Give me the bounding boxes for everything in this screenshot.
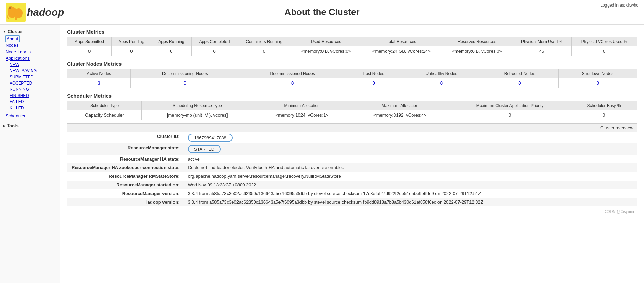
lost-nodes-link[interactable]: 0: [372, 80, 375, 86]
val-min-allocation: <memory:1024, vCores:1>: [253, 110, 351, 120]
cluster-metrics-table: Apps Submitted Apps Pending Apps Running…: [67, 37, 637, 56]
footer-note: CSDN @Cisyamr: [67, 208, 637, 215]
val-active-nodes[interactable]: 3: [67, 78, 131, 88]
cluster-info-label: ResourceManager started on:: [67, 181, 184, 189]
cluster-info-label: Hadoop version:: [67, 198, 184, 206]
tools-arrow-icon: ▶: [3, 124, 6, 128]
val-rebooted-nodes[interactable]: 0: [481, 78, 558, 88]
val-apps-running: 0: [151, 46, 192, 56]
new-link[interactable]: NEW: [10, 62, 19, 67]
cluster-info-label: ResourceManager state:: [67, 143, 184, 155]
nodes-link[interactable]: Nodes: [6, 43, 19, 48]
val-scheduling-resource-type: [memory-mb (unit=Mi), vcores]: [142, 110, 253, 120]
page-title: About the Cluster: [284, 7, 359, 18]
val-lost-nodes[interactable]: 0: [346, 78, 402, 88]
scheduler-metrics-row: Capacity Scheduler [memory-mb (unit=Mi),…: [67, 110, 637, 120]
sidebar-item-node-labels[interactable]: Node Labels: [0, 48, 60, 55]
cluster-nodes-row: 3 0 0 0 0 0 0: [67, 78, 637, 88]
cluster-info-value: 3.3.4 from a585a73c3e02ac62350c136643a5e…: [184, 198, 637, 206]
cluster-info-row: ResourceManager RMStateStore:org.apache.…: [67, 172, 637, 181]
val-apps-submitted: 0: [67, 46, 112, 56]
val-physical-mem: 45: [512, 46, 572, 56]
active-nodes-link[interactable]: 3: [98, 80, 100, 86]
rebooted-nodes-link[interactable]: 0: [518, 80, 521, 86]
cluster-section-header[interactable]: ▼ Cluster: [0, 28, 60, 35]
cluster-info-value: 3.3.4 from a585a73c3e02ac62350c136643a5e…: [184, 189, 637, 198]
col-containers-running: Containers Running: [237, 37, 291, 46]
main-layout: ▼ Cluster About Nodes Node Labels Applic…: [0, 25, 644, 283]
cluster-info-value: Wed Nov 09 18:23:37 +0800 2022: [184, 181, 637, 189]
val-shutdown-nodes[interactable]: 0: [558, 78, 637, 88]
cluster-metrics-title: Cluster Metrics: [67, 29, 637, 35]
col-min-allocation: Minimum Allocation: [253, 101, 351, 110]
accepted-link[interactable]: ACCEPTED: [10, 81, 32, 86]
tools-section-header[interactable]: ▶ Tools: [0, 122, 60, 130]
sidebar-sub-accepted[interactable]: ACCEPTED: [0, 80, 60, 86]
val-decommissioned-nodes[interactable]: 0: [239, 78, 346, 88]
new-saving-link[interactable]: NEW_SAVING: [10, 68, 37, 73]
val-physical-vcores: 0: [572, 46, 637, 56]
decommissioning-nodes-link[interactable]: 0: [184, 80, 186, 86]
sidebar: ▼ Cluster About Nodes Node Labels Applic…: [0, 25, 60, 283]
applications-link[interactable]: Applications: [6, 56, 30, 61]
killed-link[interactable]: KILLED: [10, 106, 24, 110]
val-containers-running: 0: [237, 46, 291, 56]
val-unhealthy-nodes[interactable]: 0: [402, 78, 481, 88]
col-scheduler-busy: Scheduler Busy %: [571, 101, 637, 110]
cluster-info-row: Cluster ID:1667989417088: [67, 132, 637, 143]
cluster-arrow-icon: ▼: [3, 30, 6, 33]
sidebar-item-applications[interactable]: Applications: [0, 55, 60, 62]
col-unhealthy-nodes: Unhealthy Nodes: [402, 69, 481, 78]
col-decommissioned-nodes: Decommissioned Nodes: [239, 69, 346, 78]
sidebar-sub-failed[interactable]: FAILED: [0, 99, 60, 105]
col-reserved-resources: Reserved Resources: [442, 37, 512, 46]
cluster-info-label: ResourceManager RMStateStore:: [67, 172, 184, 181]
failed-link[interactable]: FAILED: [10, 99, 24, 104]
running-link[interactable]: RUNNING: [10, 87, 29, 92]
cluster-info-value: Could not find leader elector. Verify bo…: [184, 163, 637, 172]
col-max-allocation: Maximum Allocation: [351, 101, 449, 110]
cluster-section: ▼ Cluster About Nodes Node Labels Applic…: [0, 28, 60, 119]
val-max-allocation: <memory:8192, vCores:4>: [351, 110, 449, 120]
shutdown-nodes-link[interactable]: 0: [597, 80, 599, 86]
cluster-overview-header: Cluster overview: [67, 124, 637, 132]
col-scheduling-resource-type: Scheduling Resource Type: [142, 101, 253, 110]
node-labels-link[interactable]: Node Labels: [6, 49, 31, 54]
col-physical-mem: Physical Mem Used %: [512, 37, 572, 46]
sidebar-sub-running[interactable]: RUNNING: [0, 86, 60, 92]
sidebar-sub-finished[interactable]: FINISHED: [0, 92, 60, 99]
sidebar-item-nodes[interactable]: Nodes: [0, 42, 60, 48]
sidebar-sub-new-saving[interactable]: NEW_SAVING: [0, 68, 60, 74]
cluster-info-table: Cluster ID:1667989417088ResourceManager …: [67, 132, 637, 206]
col-apps-running: Apps Running: [151, 37, 192, 46]
cluster-section-label: Cluster: [8, 29, 23, 34]
val-total-resources: <memory:24 GB, vCores:24>: [361, 46, 442, 56]
decommissioned-nodes-link[interactable]: 0: [291, 80, 294, 86]
col-used-resources: Used Resources: [291, 37, 361, 46]
sidebar-item-scheduler[interactable]: Scheduler: [0, 112, 60, 119]
sidebar-sub-submitted[interactable]: SUBMITTED: [0, 74, 60, 80]
unhealthy-nodes-link[interactable]: 0: [440, 80, 443, 86]
hadoop-text: hadoop: [27, 7, 64, 18]
val-max-cluster-priority: 0: [449, 110, 571, 120]
cluster-nodes-table: Active Nodes Decommissioning Nodes Decom…: [67, 69, 637, 88]
val-reserved-resources: <memory:0 B, vCores:0>: [442, 46, 512, 56]
about-link[interactable]: About: [6, 36, 19, 42]
col-decommissioning-nodes: Decommissioning Nodes: [131, 69, 239, 78]
scheduler-link[interactable]: Scheduler: [6, 113, 26, 118]
sidebar-item-about[interactable]: About: [0, 35, 60, 42]
val-decommissioning-nodes[interactable]: 0: [131, 78, 239, 88]
val-scheduler-busy: 0: [571, 110, 637, 120]
cluster-info-row: ResourceManager started on:Wed Nov 09 18…: [67, 181, 637, 189]
sidebar-sub-killed[interactable]: KILLED: [0, 105, 60, 111]
cluster-info-value: STARTED: [184, 143, 637, 155]
submitted-link[interactable]: SUBMITTED: [10, 75, 33, 79]
col-max-cluster-priority: Maximum Cluster Application Priority: [449, 101, 571, 110]
sidebar-sub-new[interactable]: NEW: [0, 62, 60, 68]
col-apps-pending: Apps Pending: [112, 37, 151, 46]
svg-point-4: [9, 7, 11, 9]
svg-point-3: [8, 6, 13, 12]
finished-link[interactable]: FINISHED: [10, 93, 29, 98]
cluster-info-value: 1667989417088: [184, 132, 637, 143]
cluster-info-label: ResourceManager version:: [67, 189, 184, 198]
